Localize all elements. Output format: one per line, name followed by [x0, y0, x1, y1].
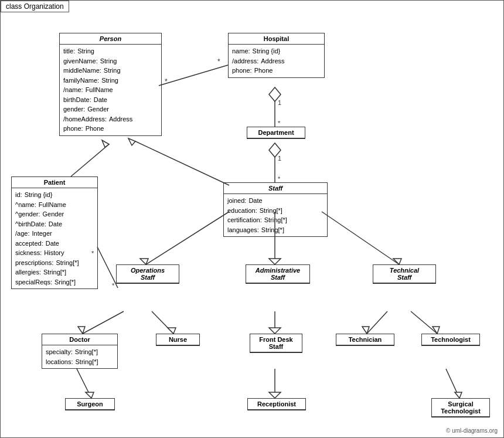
svg-text:*: * [112, 282, 115, 289]
svg-marker-12 [102, 140, 109, 147]
nurse-box: Nurse [156, 334, 200, 346]
technologist-box: Technologist [421, 334, 480, 346]
svg-marker-25 [78, 327, 85, 334]
nurse-title: Nurse [156, 334, 199, 345]
svg-marker-33 [433, 327, 440, 334]
svg-marker-35 [86, 392, 94, 398]
copyright: © uml-diagrams.org [446, 427, 498, 434]
svg-line-34 [77, 369, 91, 398]
staff-title: Staff [224, 183, 327, 194]
svg-marker-14 [128, 138, 135, 145]
svg-line-0 [159, 65, 228, 86]
svg-text:*: * [278, 120, 281, 127]
svg-line-15 [146, 212, 229, 264]
svg-line-11 [71, 144, 109, 176]
patient-title: Patient [12, 177, 97, 188]
svg-text:*: * [165, 77, 168, 86]
administrative-staff-title: Administrative Staff [246, 265, 309, 283]
svg-marker-27 [168, 328, 176, 334]
svg-marker-7 [269, 143, 281, 157]
operations-staff-box: Operations Staff [116, 264, 179, 284]
svg-marker-29 [269, 328, 281, 334]
svg-line-13 [135, 141, 229, 185]
svg-line-19 [322, 212, 399, 264]
svg-line-21 [97, 247, 118, 288]
person-title: Person [60, 33, 161, 45]
svg-marker-39 [455, 392, 462, 398]
doctor-title: Doctor [42, 334, 117, 345]
technician-title: Technician [336, 334, 394, 345]
patient-attrs: id:String {id} ^name:FullName ^gender:Ge… [12, 188, 97, 288]
svg-line-30 [367, 311, 387, 334]
svg-line-38 [446, 369, 459, 398]
technical-staff-box: Technical Staff [373, 264, 436, 284]
doctor-box: Doctor specialty:String[*] locations:Str… [42, 334, 118, 369]
patient-box: Patient id:String {id} ^name:FullName ^g… [11, 176, 98, 289]
person-attrs: title:String givenName:String middleName… [60, 45, 161, 135]
diagram-title: class Organization [1, 1, 69, 12]
svg-text:*: * [278, 175, 281, 182]
svg-marker-31 [362, 327, 369, 334]
front-desk-staff-box: Front Desk Staff [250, 334, 302, 353]
hospital-attrs: name:String {id} /address:Address phone:… [229, 45, 324, 77]
person-box: Person title:String givenName:String mid… [59, 33, 162, 136]
surgeon-title: Surgeon [66, 399, 114, 410]
operations-staff-title: Operations Staff [117, 265, 179, 283]
svg-marker-37 [269, 392, 281, 398]
technical-staff-title: Technical Staff [373, 265, 435, 283]
surgical-technologist-title: Surgical Technologist [432, 399, 489, 417]
hospital-title: Hospital [229, 33, 324, 45]
administrative-staff-box: Administrative Staff [246, 264, 310, 284]
department-box: Department [247, 127, 305, 139]
svg-line-24 [83, 311, 124, 334]
hospital-box: Hospital name:String {id} /address:Addre… [228, 33, 325, 78]
department-title: Department [247, 127, 305, 138]
diagram-container: class Organization * * 1 * 1 * [0, 0, 504, 438]
staff-box: Staff joined:Date education:String[*] ce… [223, 182, 328, 237]
surgeon-box: Surgeon [65, 398, 115, 410]
svg-marker-3 [269, 87, 281, 101]
svg-text:1: 1 [278, 155, 281, 162]
svg-marker-18 [269, 259, 281, 264]
surgical-technologist-box: Surgical Technologist [431, 398, 490, 417]
svg-line-26 [152, 311, 173, 334]
svg-line-32 [411, 311, 437, 334]
svg-text:*: * [217, 57, 220, 66]
receptionist-title: Receptionist [248, 399, 305, 410]
receptionist-box: Receptionist [247, 398, 306, 410]
svg-text:1: 1 [278, 99, 281, 106]
svg-marker-16 [140, 259, 148, 264]
technologist-title: Technologist [422, 334, 479, 345]
front-desk-staff-title: Front Desk Staff [250, 334, 302, 352]
staff-attrs: joined:Date education:String[*] certific… [224, 194, 327, 236]
technician-box: Technician [336, 334, 394, 346]
svg-marker-20 [393, 259, 401, 264]
doctor-attrs: specialty:String[*] locations:String[*] [42, 345, 117, 368]
